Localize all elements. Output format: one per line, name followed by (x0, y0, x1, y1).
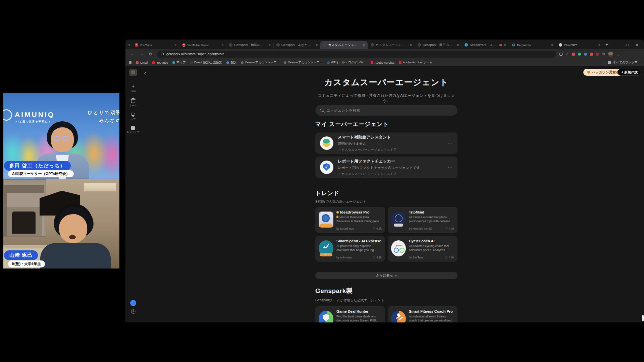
tab-youtube-music[interactable]: YouTube Music × (179, 41, 226, 49)
heart-icon[interactable]: ♡ (373, 227, 375, 230)
official-card-game-deal-hunter[interactable]: Game Deal Hunter Find the best game deal… (315, 306, 385, 322)
extension-adobe-icon[interactable] (572, 53, 575, 56)
browser-window: ∨ YouTube × YouTube Music × Genspark - 地… (125, 40, 644, 322)
my-agent-card-fact-checker[interactable]: レポート用ファクトチェッカー レポート用のファクトチェックAIエージェントです。… (315, 157, 458, 178)
close-tab-icon[interactable]: × (550, 43, 554, 47)
perplexity-favicon-icon (512, 43, 515, 47)
tab-genspark-allinone[interactable]: Genspark - あなたのオールインワ × (273, 41, 320, 49)
account-icon[interactable] (131, 309, 136, 314)
sidebar-item-home[interactable]: ホーム (129, 98, 137, 107)
trend-card-cyclecoach[interactable]: CycleCoach AI AI-powered cycling coach t… (388, 236, 458, 262)
trending-heading: トレンド (315, 189, 339, 197)
workspace-avatar[interactable] (129, 69, 137, 76)
likes-count: 4.3k (449, 227, 454, 230)
extension-blue-icon[interactable] (584, 53, 587, 56)
close-tab-icon[interactable]: × (268, 43, 271, 47)
sidebar-item-ai-drive[interactable]: AIドライブ (127, 126, 140, 134)
likes-count: 4.7k (376, 227, 382, 230)
heart-icon[interactable]: ♡ (445, 256, 448, 259)
bulb-icon (336, 211, 339, 214)
trend-card-tripmind[interactable]: TripMind AI travel assistant that plans … (388, 207, 458, 233)
sidebar-item-new[interactable]: + New (130, 84, 136, 93)
heart-icon[interactable]: ♡ (373, 256, 375, 259)
extension-gmail-icon[interactable] (590, 53, 593, 56)
extension-maroon-icon[interactable] (596, 53, 599, 56)
tab-genspark-museum[interactable]: Genspark - 地図の森ミュージア × (226, 41, 273, 49)
search-input[interactable] (326, 108, 453, 112)
new-tab-button[interactable]: + (603, 42, 610, 49)
bookmark-star-icon[interactable]: ☆ (566, 52, 569, 56)
youtube-favicon-icon (135, 43, 138, 47)
tab-custom-agent-store-active[interactable]: カスタムエージェントストア × (320, 41, 367, 49)
trend-card-ideabrowser[interactable]: IdeaBrowser Pro Your AI Business Idea Ge… (315, 207, 385, 233)
tab-youtube[interactable]: YouTube × (132, 41, 179, 49)
profile-avatar[interactable] (608, 52, 613, 57)
site-info-icon[interactable] (161, 53, 164, 55)
chat-bubble-icon[interactable] (130, 300, 136, 306)
create-new-button[interactable]: + 新規作成 (618, 69, 641, 76)
tab-genspark-adventure[interactable]: Genspark - 蔵王山アドベンチャー × (415, 41, 462, 49)
close-tab-icon[interactable]: × (598, 43, 601, 47)
show-more-button[interactable]: さらに表示 ∨ (315, 272, 458, 279)
close-tab-icon[interactable]: × (221, 43, 224, 47)
address-bar[interactable]: genspark.ai/custom_super_agent/store (157, 51, 556, 58)
bookmark-xserver-2[interactable]: Xserverアカウント - ロ… (284, 60, 322, 65)
apps-grid-icon[interactable]: ⊞ (129, 61, 131, 64)
extension-green-icon[interactable] (578, 53, 581, 56)
tab-perplexity[interactable]: Perplexity × (509, 41, 556, 49)
genspark-made-heading: Genspark製 (315, 287, 353, 295)
my-agents-heading: マイ スーパーエージェント (315, 120, 389, 128)
close-tab-icon[interactable]: × (362, 43, 366, 47)
tab-chatgpt[interactable]: ChatGPT × (556, 41, 603, 49)
cast-icon[interactable] (559, 53, 562, 56)
bookmark-deepl[interactable]: DeepL翻訳/言語翻訳 (190, 60, 222, 65)
my-agent-card-grant-assistant[interactable]: スマート補助金アシスタント 説明がありません カスタムスーパーエージェントストア… (315, 132, 458, 154)
participant-1-role-badge: AI開花マーケター（GPTs研究会） (8, 170, 74, 177)
reload-icon[interactable]: ↻ (148, 52, 154, 57)
close-tab-icon[interactable]: × (315, 43, 318, 47)
close-tab-icon[interactable]: × (174, 43, 177, 47)
tab-streamyard-studio[interactable]: StreamYard - スタジオ × (462, 41, 508, 49)
hub-icon (131, 113, 135, 117)
recording-indicator-icon (499, 44, 502, 46)
sidebar-item-hub[interactable]: ハブ (130, 113, 136, 121)
collapse-sidebar-icon[interactable]: ‹ (144, 70, 146, 76)
bookmark-youtube[interactable]: YouTube (152, 61, 168, 64)
glasses-icon (54, 136, 69, 141)
tripmind-avatar (391, 212, 406, 228)
page-title: カスタムスーパーエージェント (315, 77, 458, 88)
tab-search-icon[interactable]: ∨ (127, 43, 132, 49)
bookmark-acrobat-home[interactable]: Adobe Acrobat ホーム (399, 60, 433, 65)
bookmark-maps[interactable]: マップ (172, 60, 186, 65)
sync-icon[interactable]: ↻ (602, 52, 605, 56)
agent-search-bar[interactable] (315, 105, 458, 116)
browser-menu-kebab-icon[interactable]: ⋮ (616, 52, 620, 56)
page-scrollbar[interactable] (642, 315, 644, 321)
trend-card-smartspend[interactable]: Top 3 SmartSpend - AI Expense Tr… AI-pow… (315, 236, 385, 262)
bookmark-gmail[interactable]: Gmail (136, 61, 148, 64)
heart-icon[interactable]: ♡ (445, 227, 448, 230)
all-bookmarks-button[interactable]: すべてのブックマ… (604, 60, 641, 65)
minimize-window-icon[interactable]: − (616, 43, 619, 47)
close-tab-icon[interactable]: × (503, 43, 507, 47)
bookmark-wp-login[interactable]: WPオール・ログインW… (327, 60, 366, 65)
close-tab-icon[interactable]: × (456, 43, 460, 47)
home-icon (131, 100, 135, 103)
hackathon-winner-badge[interactable]: ハッカソン受賞者 (583, 69, 623, 76)
official-card-smart-fitness-coach[interactable]: Smart Fitness Coach Pro A professional s… (388, 306, 458, 322)
genspark-favicon-icon (371, 43, 374, 47)
xserver-icon (241, 61, 244, 64)
forward-icon[interactable]: → (138, 52, 144, 57)
back-icon[interactable]: ← (129, 52, 135, 57)
close-tab-icon[interactable]: × (409, 43, 413, 47)
maximize-window-icon[interactable]: □ (626, 43, 629, 47)
wordpress-icon (327, 61, 330, 64)
game-deal-hunter-avatar (319, 311, 333, 322)
close-window-icon[interactable]: × (636, 43, 638, 47)
bookmark-xserver-1[interactable]: Xserverアカウント - ロ… (241, 60, 279, 65)
card-menu-icon[interactable]: ··· (448, 165, 453, 170)
tab-custom-agent-store[interactable]: カスタムエージェントストア × (368, 41, 415, 49)
bookmark-translate[interactable]: 翻訳 (226, 60, 236, 65)
card-menu-icon[interactable]: ··· (448, 141, 453, 145)
bookmark-acrobat[interactable]: Adobe Acrobat (371, 61, 394, 64)
